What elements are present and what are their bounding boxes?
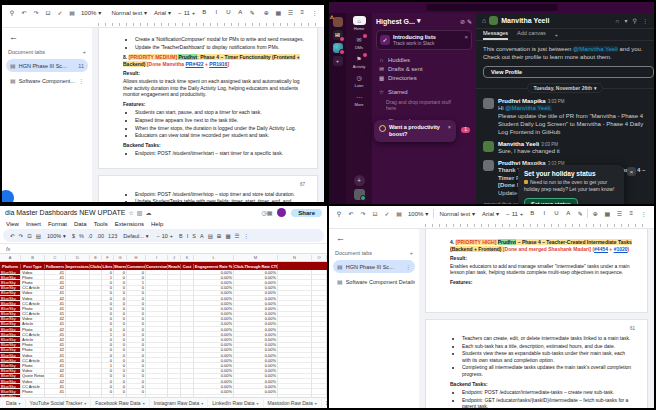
format-icon[interactable]: U [224,9,232,16]
workspace-avatar[interactable]: ⚠ [333,17,343,27]
title-icon[interactable]: ▥ [137,209,143,216]
menu-item[interactable]: Tools [94,221,108,227]
format-icon[interactable]: I [540,210,548,217]
column-letter[interactable]: G [114,255,127,260]
nav-rail-item[interactable]: ⋯ More [353,92,366,107]
nav-rail-item[interactable]: ⌂ Home [353,16,366,31]
document-tab[interactable]: ▤ HGN Phase III Sc... ⋮ [333,260,415,273]
format-icon[interactable]: ▦ [225,233,230,239]
notifications-paused-icon[interactable]: ⊘ [460,18,465,25]
tab[interactable]: Messages [483,30,508,40]
search-icon[interactable]: ⚲ [633,17,637,24]
menu-item[interactable]: Insert [26,221,41,227]
format-icon[interactable]: ✎ [576,210,584,217]
avatar[interactable] [483,141,494,152]
chevron-down-icon[interactable]: ▾ [625,17,628,24]
sidebar-item[interactable]: ✉ Drafts & sent [376,65,472,74]
chevron-down-icon[interactable]: ▾ [315,401,317,406]
number-format-icon[interactable]: .00 [96,233,104,239]
column-letter[interactable]: I [146,255,168,260]
format-icon[interactable]: ▤ [208,233,213,239]
format-icon[interactable]: U [552,210,560,217]
column-letter[interactable]: M [234,255,278,260]
header-cell[interactable]: Platform [0,264,21,269]
sheet-tab[interactable]: X Raw Data ▾ [322,399,327,407]
header-cell[interactable]: Shares [114,264,127,269]
huddle-icon[interactable]: ∩ [615,18,619,24]
formula-bar[interactable]: fx [0,243,327,254]
minus-icon[interactable]: − [178,10,182,16]
starred-section[interactable]: ☆ Starred [376,88,472,97]
document-tab[interactable]: ▤ HGN Phase III Sc... 11 [6,59,88,72]
toolbar-icon[interactable]: ≡ [627,210,635,217]
toolbar-icon[interactable]: ↶ [347,210,355,217]
toolbar-icon[interactable]: ⚲ [335,210,343,217]
close-icon[interactable]: × [448,124,451,138]
sheet-tab[interactable]: Data ▾ [2,399,26,407]
format-icon[interactable]: ⋮ [244,233,250,239]
nav-rail-item[interactable]: ⚑ Activity [353,54,366,69]
format-icon[interactable]: ☰ [235,233,240,239]
column-letter[interactable]: B [21,255,45,260]
toolbar-icon[interactable]: ↶ [10,233,15,239]
chevron-down-icon[interactable]: ▾ [19,401,21,406]
column-letter[interactable]: L [194,255,234,260]
spreadsheet-title[interactable]: dia Master Dashboards NEW UPDATE [5,209,125,216]
user-avatar[interactable] [354,189,365,200]
nav-rail-item[interactable]: ◷ Later [353,73,366,88]
zoom-select[interactable]: 100%▾ [406,209,430,218]
toolbar-icon[interactable]: ▦ [603,210,611,217]
menu-item[interactable]: View [6,221,19,227]
toolbar-icon[interactable]: ☰ [286,9,294,16]
menu-item[interactable]: Extensions [115,221,144,227]
toolbar-icon[interactable]: ✓ [383,210,391,217]
share-button[interactable]: Share [291,209,322,217]
add-tab-button[interactable]: + [555,32,558,40]
toolbar-icon[interactable]: ⊕ [591,210,599,217]
toolbar-icon[interactable]: ⋮ [310,9,318,16]
header-cell[interactable]: Reach [168,264,181,269]
font-size-stepper[interactable]: −11+ [176,9,197,17]
toolbar-icon[interactable]: ⊕ [262,9,270,16]
account-avatar[interactable] [277,208,286,217]
header-cell[interactable]: Comments [127,264,146,269]
dm-title[interactable]: Manvitha Yeeli [501,17,549,24]
header-cell[interactable]: Conversions [146,264,168,269]
menu-item[interactable]: Format [48,221,67,227]
chevron-down-icon[interactable]: ▾ [256,401,258,406]
paragraph-style-select[interactable]: Normal text▾ [437,209,477,218]
introducing-lists-card[interactable]: ✓ Introducing listsTrack work in Slack × [376,30,472,50]
font-select[interactable]: Defaul...▾ [121,232,150,240]
format-icon[interactable]: S [192,233,196,239]
header-cell[interactable]: Cost [181,264,194,269]
header-cell[interactable]: Impressions [66,264,90,269]
document-canvas[interactable]: Create a 'NotificationComposer' modal fo… [92,28,324,202]
header-cell[interactable]: Engagement Rate % [194,264,234,269]
toolbar-icon[interactable]: ⚲ [8,9,16,16]
zoom-select[interactable]: 100%▾ [79,8,103,17]
number-format-icon[interactable]: 123 [108,233,117,239]
header-cell[interactable]: Likes [102,264,114,269]
column-headers[interactable]: ABCDEFGHIJKLMNO [0,254,327,262]
column-letter[interactable]: C [45,255,66,260]
add-tab-button[interactable]: + [410,250,413,256]
format-icon[interactable]: I [212,9,220,16]
header-cell[interactable]: Post Type [21,264,45,269]
format-icon[interactable]: A [236,9,244,16]
message-author[interactable]: Prudhvi Maspika [498,98,546,104]
add-workspace-button[interactable]: + [333,56,343,66]
format-icon[interactable]: I [187,233,189,239]
title-icon[interactable]: ☆ [128,209,133,216]
toolbar-icon[interactable]: ↷ [19,233,24,239]
number-format-icon[interactable]: .0 [88,233,93,239]
column-letter[interactable]: N [278,255,312,260]
column-letter[interactable]: K [181,255,194,260]
sidebar-item[interactable]: ∩ Huddles [376,56,472,65]
format-icon[interactable]: B [200,9,208,16]
chevron-down-icon[interactable]: ▾ [201,401,203,406]
format-icon[interactable]: A [200,233,204,239]
number-format-icon[interactable]: % [79,233,84,239]
format-icon[interactable]: B [179,233,183,239]
toolbar-icon[interactable]: ▤ [68,9,76,16]
globe-icon[interactable] [333,43,343,53]
